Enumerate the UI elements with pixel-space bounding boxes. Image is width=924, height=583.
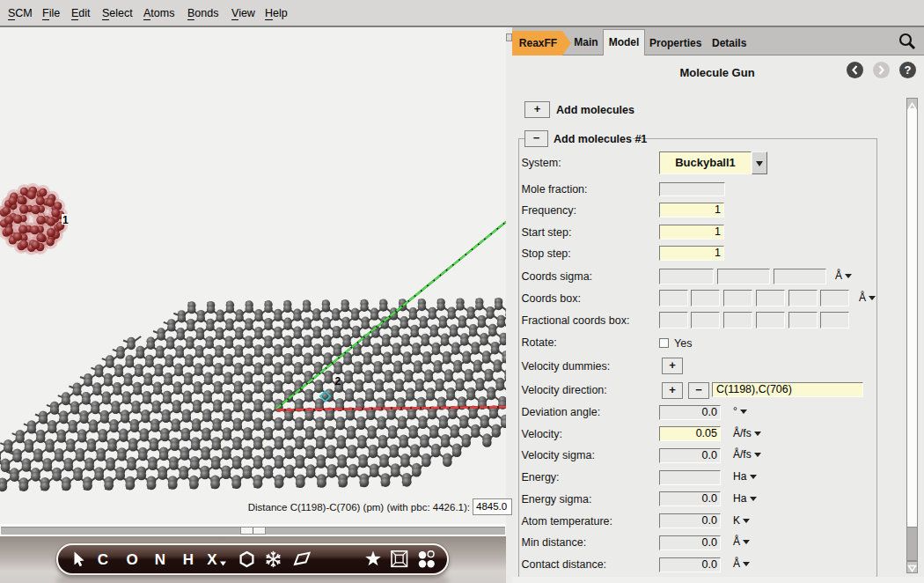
svg-text:2: 2 — [335, 375, 341, 387]
svg-text:O: O — [126, 551, 137, 568]
svg-text:X: X — [207, 551, 217, 568]
svg-text:1: 1 — [62, 214, 69, 226]
svg-text:N: N — [155, 551, 165, 568]
svg-text:H: H — [183, 551, 194, 568]
svg-text:C: C — [98, 551, 108, 568]
